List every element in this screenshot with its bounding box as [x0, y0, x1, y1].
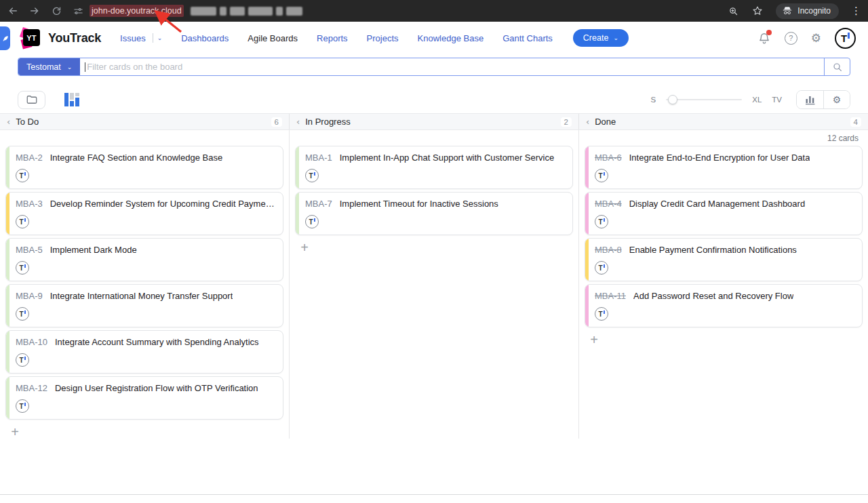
card-MBA-4[interactable]: MBA-4Display Credit Card Management Dash…: [585, 192, 863, 235]
card-title[interactable]: Develop Reminder System for Upcoming Cre…: [50, 199, 276, 209]
card-id[interactable]: MBA-2: [16, 153, 43, 163]
card-MBA-7[interactable]: MBA-7Implement Timeout for Inactive Sess…: [295, 192, 573, 235]
nav-agile-boards[interactable]: Agile Boards: [238, 33, 307, 43]
board-selector-button[interactable]: Testomat: [18, 58, 80, 75]
create-button[interactable]: Create: [573, 29, 629, 47]
column-header-done[interactable]: Done4: [578, 114, 868, 129]
project-avatar[interactable]: T: [595, 307, 608, 321]
nav-issues[interactable]: Issues: [111, 33, 172, 43]
column-header-in-progress[interactable]: In Progress2: [289, 114, 578, 129]
column-name: In Progress: [305, 117, 350, 127]
card-MBA-3[interactable]: MBA-3Develop Reminder System for Upcomin…: [5, 192, 283, 235]
reload-icon[interactable]: [50, 5, 62, 17]
project-avatar[interactable]: T: [16, 399, 29, 413]
card-MBA-10[interactable]: MBA-10Integrate Account Summary with Spe…: [5, 330, 283, 374]
feather-icon: [2, 35, 9, 43]
notifications-bell-icon[interactable]: [757, 31, 771, 45]
board-chart-button[interactable]: [797, 91, 823, 108]
card-title[interactable]: Implement Dark Mode: [50, 245, 137, 256]
nav-projects[interactable]: Projects: [357, 33, 408, 43]
card-id[interactable]: MBA-10: [16, 337, 47, 348]
incognito-badge[interactable]: Incognito: [776, 3, 839, 19]
project-avatar[interactable]: T: [305, 169, 319, 182]
nav-dashboards[interactable]: Dashboards: [172, 33, 238, 43]
project-avatar[interactable]: T: [305, 215, 319, 228]
nav-knowledge-base[interactable]: Knowledge Base: [408, 33, 494, 43]
card-id[interactable]: MBA-8: [595, 245, 622, 256]
project-avatar[interactable]: T: [16, 353, 29, 367]
card-title[interactable]: Enable Payment Confirmation Notification…: [629, 245, 797, 256]
card-size-slider[interactable]: [666, 95, 742, 104]
chevron-down-icon[interactable]: [157, 35, 163, 41]
add-card-button[interactable]: +: [587, 334, 601, 347]
add-card-button[interactable]: +: [8, 426, 22, 439]
bookmark-star-icon[interactable]: [751, 5, 764, 17]
nav-reports[interactable]: Reports: [307, 33, 357, 43]
project-avatar[interactable]: T: [16, 307, 29, 321]
card-id[interactable]: MBA-1: [305, 153, 332, 163]
board-settings-button[interactable]: ⚙: [823, 91, 850, 108]
backlog-button[interactable]: [18, 91, 45, 109]
project-avatar[interactable]: T: [595, 215, 608, 228]
url-bar[interactable]: john-doe.youtrack.cloud: [72, 5, 717, 17]
add-card-button[interactable]: +: [298, 241, 311, 255]
project-avatar[interactable]: T: [16, 169, 29, 182]
incognito-icon: [782, 5, 793, 16]
card-id[interactable]: MBA-5: [16, 245, 43, 256]
forward-icon[interactable]: [28, 5, 41, 17]
card-MBA-2[interactable]: MBA-2Integrate FAQ Section and Knowledge…: [5, 146, 283, 189]
project-avatar[interactable]: T: [16, 261, 29, 275]
card-id[interactable]: MBA-11: [595, 291, 626, 302]
slider-knob[interactable]: [668, 95, 677, 104]
card-title[interactable]: Implement Timeout for Inactive Sessions: [340, 199, 498, 209]
site-info-icon[interactable]: [72, 5, 84, 17]
collapse-column-icon[interactable]: [296, 117, 300, 127]
collapse-column-icon[interactable]: [7, 117, 10, 127]
project-avatar[interactable]: T: [595, 169, 608, 182]
card-id[interactable]: MBA-12: [16, 383, 47, 394]
card-id[interactable]: MBA-4: [595, 199, 622, 209]
card-title[interactable]: Integrate Account Summary with Spending …: [55, 337, 259, 348]
card-MBA-1[interactable]: MBA-1Implement In-App Chat Support with …: [295, 146, 573, 189]
card-title[interactable]: Integrate International Money Transfer S…: [50, 291, 233, 302]
card-title[interactable]: Design User Registration Flow with OTP V…: [55, 383, 258, 394]
project-avatar[interactable]: T: [595, 261, 608, 275]
chevron-down-icon: [613, 35, 618, 41]
card-title[interactable]: Add Password Reset and Recovery Flow: [633, 291, 793, 302]
project-avatar[interactable]: T: [16, 215, 29, 228]
card-id[interactable]: MBA-3: [16, 199, 43, 209]
chart-view-toggle[interactable]: [63, 91, 82, 109]
card-id[interactable]: MBA-6: [595, 153, 622, 163]
browser-menu-icon[interactable]: ⋮: [851, 5, 861, 17]
card-MBA-6[interactable]: MBA-6Integrate End-to-End Encryption for…: [585, 146, 863, 189]
column-header-to-do[interactable]: To Do6: [0, 114, 289, 129]
card-MBA-9[interactable]: MBA-9Integrate International Money Trans…: [5, 284, 283, 327]
card-MBA-11[interactable]: MBA-11Add Password Reset and Recovery Fl…: [585, 284, 863, 327]
url-text[interactable]: john-doe.youtrack.cloud: [90, 5, 184, 17]
settings-gear-icon[interactable]: ⚙: [811, 33, 821, 44]
search-button[interactable]: [824, 58, 850, 75]
column-count-badge: 6: [271, 117, 282, 127]
back-icon[interactable]: [7, 5, 19, 17]
user-avatar[interactable]: T: [835, 28, 856, 49]
filter-input[interactable]: [85, 58, 824, 75]
board-headers: To Do6In Progress2Done4: [0, 113, 868, 130]
sidebar-handle[interactable]: [0, 26, 10, 50]
column-name: To Do: [16, 117, 39, 127]
youtrack-logo-icon[interactable]: YT: [20, 27, 42, 49]
nav-gantt-charts[interactable]: Gantt Charts: [493, 33, 562, 43]
tv-mode-button[interactable]: TV: [772, 96, 782, 104]
card-title[interactable]: Implement In-App Chat Support with Custo…: [340, 153, 554, 163]
card-id[interactable]: MBA-7: [305, 199, 332, 209]
card-title[interactable]: Display Credit Card Management Dashboard: [629, 199, 805, 209]
page-bottom-divider: [0, 494, 868, 495]
card-id[interactable]: MBA-9: [16, 291, 43, 302]
card-title[interactable]: Integrate End-to-End Encryption for User…: [629, 153, 810, 163]
help-icon[interactable]: ?: [785, 32, 797, 45]
card-MBA-12[interactable]: MBA-12Design User Registration Flow with…: [5, 376, 283, 420]
collapse-column-icon[interactable]: [586, 117, 589, 127]
card-MBA-5[interactable]: MBA-5Implement Dark ModeT: [5, 238, 283, 281]
card-title[interactable]: Integrate FAQ Section and Knowledge Base: [50, 153, 222, 163]
card-MBA-8[interactable]: MBA-8Enable Payment Confirmation Notific…: [585, 238, 863, 281]
zoom-icon[interactable]: [727, 5, 739, 17]
